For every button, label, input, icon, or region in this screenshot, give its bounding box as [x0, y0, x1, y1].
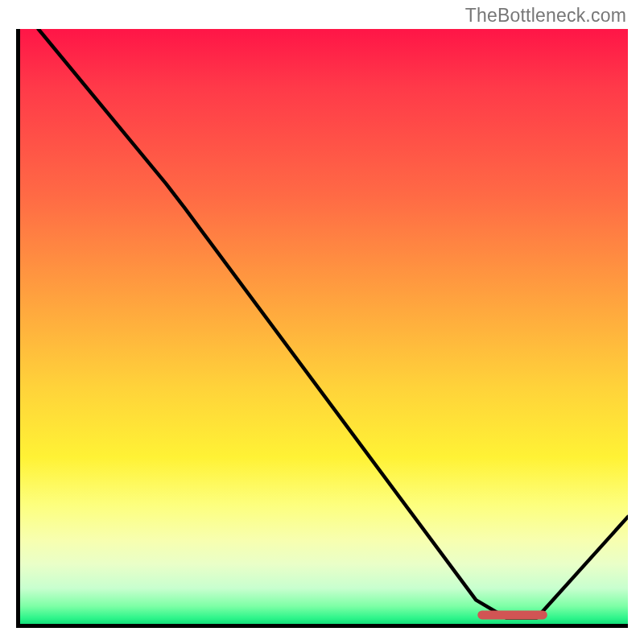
bottleneck-curve — [39, 29, 628, 618]
watermark-text: TheBottleneck.com — [465, 5, 626, 27]
chart-overlay — [20, 29, 628, 624]
plot-area — [16, 29, 628, 628]
chart-container: TheBottleneck.com — [0, 0, 644, 644]
